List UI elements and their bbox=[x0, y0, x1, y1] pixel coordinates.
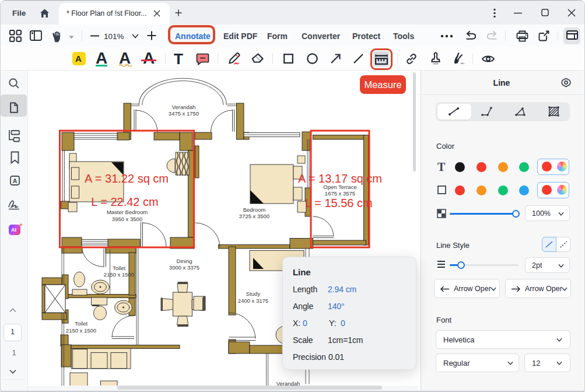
svg-text:A = 31.22 sq cm: A = 31.22 sq cm bbox=[85, 172, 169, 185]
svg-text:L = 22.42 cm: L = 22.42 cm bbox=[91, 195, 158, 208]
svg-text:Verandah: Verandah bbox=[172, 104, 196, 110]
svg-text:Study: Study bbox=[246, 290, 261, 297]
svg-text:1675 x 3575: 1675 x 3575 bbox=[325, 190, 355, 197]
svg-text:A: A bbox=[13, 177, 17, 184]
svg-text:Toilet: Toilet bbox=[113, 265, 126, 271]
svg-text:3475 x 1750: 3475 x 1750 bbox=[169, 110, 199, 117]
svg-text:3950 x 3500: 3950 x 3500 bbox=[112, 216, 142, 222]
svg-text:Toilet: Toilet bbox=[75, 320, 88, 327]
svg-text:Bedroom: Bedroom bbox=[243, 206, 266, 213]
svg-text:A = 13.17 sq cm: A = 13.17 sq cm bbox=[298, 172, 382, 185]
svg-text:2400 x 3175: 2400 x 3175 bbox=[238, 298, 268, 304]
svg-text:2150 x 1500: 2150 x 1500 bbox=[66, 327, 96, 334]
svg-text:3000 x 3375: 3000 x 3375 bbox=[169, 264, 199, 271]
svg-text:Dining: Dining bbox=[177, 258, 192, 264]
svg-text:3725 x 3500: 3725 x 3500 bbox=[239, 213, 269, 219]
svg-text:L = 15.56 cm: L = 15.56 cm bbox=[305, 197, 372, 209]
svg-text:2150 x 1500: 2150 x 1500 bbox=[104, 271, 134, 278]
svg-text:Master Bedroom: Master Bedroom bbox=[107, 209, 148, 215]
